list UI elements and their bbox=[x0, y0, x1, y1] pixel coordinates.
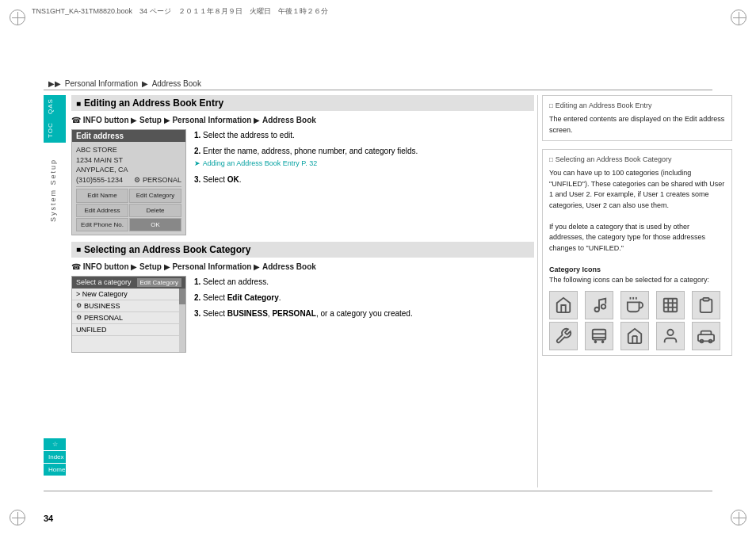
right-section2: Selecting an Address Book Category You c… bbox=[542, 149, 732, 356]
address-divider bbox=[76, 186, 181, 187]
cat-icon-car bbox=[692, 322, 720, 350]
category-item-new[interactable]: > New Category bbox=[72, 289, 179, 300]
corner-mark-bl bbox=[10, 510, 25, 525]
edit-address-box: Edit address ABC STORE 1234 MAIN ST ANYP… bbox=[71, 129, 186, 235]
category-item-business[interactable]: ⚙ BUSINESS bbox=[72, 300, 179, 312]
top-divider bbox=[44, 90, 712, 90]
breadcrumb-arrow2: ▶ bbox=[142, 79, 148, 88]
store-name: ABC STORE bbox=[76, 145, 181, 155]
category-list-wrapper: > New Category ⚙ BUSINESS ⚙ PERSONAL UNF… bbox=[72, 289, 185, 352]
edit-address-title: Edit address bbox=[72, 130, 185, 142]
address-content: ABC STORE 1234 MAIN ST ANYPLACE, CA (310… bbox=[72, 142, 185, 235]
section2-instr-text: INFO button ▶ Setup ▶ Personal Informati… bbox=[83, 262, 316, 271]
select-category-header: Select a category Edit Category bbox=[72, 277, 185, 289]
step1-1: 1. Select the address to edit. bbox=[194, 129, 534, 141]
right-title2-text: Selecting an Address Book Category bbox=[556, 155, 672, 165]
corner-mark-tl bbox=[10, 10, 25, 25]
section1-title: Editing an Address Book Entry bbox=[84, 97, 223, 109]
section2-title: Selecting an Address Book Category bbox=[84, 244, 250, 255]
new-category-label: > New Category bbox=[76, 290, 128, 298]
btn-edit-phone[interactable]: Edit Phone No. bbox=[76, 218, 128, 231]
adding-entry-link[interactable]: Adding an Address Book Entry P. 32 bbox=[203, 159, 317, 167]
section2-steps: 1. Select an address. 2. Select Edit Cat… bbox=[194, 276, 534, 323]
svg-rect-5 bbox=[664, 298, 678, 311]
breadcrumb: ▶▶ Personal Information ▶ Address Book bbox=[48, 79, 202, 88]
corner-mark-br bbox=[731, 510, 746, 525]
bottom-tabs: ☆ Index Home bbox=[44, 438, 66, 476]
btn-ok[interactable]: OK bbox=[129, 218, 181, 231]
cat-icon-food bbox=[620, 291, 649, 319]
scrollbar[interactable] bbox=[179, 289, 185, 352]
right-section2-body1: You can have up to 100 categories (inclu… bbox=[549, 168, 725, 350]
sidebar: QAS TOC bbox=[44, 95, 66, 143]
category-icons-grid bbox=[549, 291, 725, 350]
right-section1-body: The entered contents are displayed on th… bbox=[549, 114, 725, 136]
page-number: 34 bbox=[44, 514, 53, 523]
address-grid: Edit Name Edit Category Edit Address Del… bbox=[76, 189, 181, 231]
sidebar-tab-qas[interactable]: QAS bbox=[44, 95, 66, 119]
edit-category-btn[interactable]: Edit Category bbox=[137, 278, 181, 287]
section1-header: Editing an Address Book Entry bbox=[71, 95, 534, 111]
phone-personal-row: (310)555-1234 ⚙ PERSONAL bbox=[76, 175, 181, 185]
select-category-box: Select a category Edit Category > New Ca… bbox=[71, 276, 186, 353]
btn-delete[interactable]: Delete bbox=[129, 204, 181, 217]
business-label: BUSINESS bbox=[84, 302, 120, 310]
right-section1: Editing an Address Book Entry The entere… bbox=[542, 95, 732, 141]
breadcrumb-address-book: Address Book bbox=[152, 79, 201, 88]
sidebar-tab-toc[interactable]: TOC bbox=[44, 119, 66, 143]
cat-icon-building bbox=[656, 291, 685, 319]
phone-number: (310)555-1234 bbox=[76, 175, 123, 185]
section1-instruction: ☎ INFO button ▶ Setup ▶ Personal Informa… bbox=[71, 116, 534, 124]
step1-2: 2. Enter the name, address, phone number… bbox=[194, 145, 534, 170]
top-bar: TNS1GHT_KA-31TM8820.book 34 ページ ２０１１年８月９… bbox=[32, 6, 724, 17]
address-line2: ANYPLACE, CA bbox=[76, 165, 181, 175]
system-setup-label: System Setup bbox=[49, 159, 57, 222]
right-para1: You can have up to 100 categories (inclu… bbox=[549, 168, 725, 211]
bottom-divider bbox=[44, 491, 712, 491]
corner-mark-tr bbox=[731, 10, 746, 25]
main-content: Editing an Address Book Entry ☎ INFO but… bbox=[71, 95, 534, 487]
right-para2: If you delete a category that is used by… bbox=[549, 222, 725, 254]
btn-edit-category[interactable]: Edit Category bbox=[129, 189, 181, 202]
cat-icon-music bbox=[585, 291, 613, 319]
bottom-tab-index[interactable]: Index bbox=[44, 451, 66, 463]
svg-point-1 bbox=[601, 304, 606, 309]
step2-3: 3. Select BUSINESS, PERSONAL, or a categ… bbox=[194, 308, 534, 319]
address-line1: 1234 MAIN ST bbox=[76, 155, 181, 166]
unfiled-label: UNFILED bbox=[76, 326, 107, 334]
right-section2-title: Selecting an Address Book Category bbox=[549, 155, 725, 165]
crosshair-icon-v bbox=[17, 12, 18, 25]
vertical-separator bbox=[537, 95, 538, 487]
cat-icon-bus bbox=[585, 322, 613, 350]
cat-icon-person bbox=[656, 322, 685, 350]
section1-steps: 1. Select the address to edit. 2. Enter … bbox=[194, 129, 534, 189]
cat-icon-clipboard bbox=[692, 291, 720, 319]
step1-3: 3. Select OK. bbox=[194, 174, 534, 185]
personal-tag: ⚙ PERSONAL bbox=[134, 175, 181, 185]
btn-edit-address[interactable]: Edit Address bbox=[76, 204, 128, 217]
step2-2: 2. Select Edit Category. bbox=[194, 292, 534, 304]
right-section1-title: Editing an Address Book Entry bbox=[549, 101, 725, 111]
phone-icon1: ☎ bbox=[71, 116, 81, 124]
btn-edit-name[interactable]: Edit Name bbox=[76, 189, 128, 202]
section2-header: Selecting an Address Book Category bbox=[71, 242, 534, 258]
right-title1-text: Editing an Address Book Entry bbox=[556, 101, 652, 111]
category-icons-title: Category Icons bbox=[549, 265, 725, 276]
crosshair-icon bbox=[12, 17, 25, 18]
category-item-personal[interactable]: ⚙ PERSONAL bbox=[72, 312, 179, 324]
info-button-label: INFO button ▶ Setup ▶ Personal Informati… bbox=[83, 116, 316, 124]
category-icons-subtitle: The following icons can be selected for … bbox=[549, 275, 725, 286]
step2-1: 1. Select an address. bbox=[194, 276, 534, 288]
svg-point-21 bbox=[667, 329, 673, 334]
right-sidebar: Editing an Address Book Entry The entere… bbox=[542, 95, 732, 487]
category-list: > New Category ⚙ BUSINESS ⚙ PERSONAL UNF… bbox=[72, 289, 179, 352]
cat-icon-wrench bbox=[549, 322, 578, 350]
category-item-unfiled[interactable]: UNFILED bbox=[72, 324, 179, 336]
bottom-tab-star[interactable]: ☆ bbox=[44, 438, 66, 450]
bottom-tab-home[interactable]: Home bbox=[44, 464, 66, 476]
section2: Selecting an Address Book Category ☎ INF… bbox=[71, 242, 534, 323]
link-icon: ➤ bbox=[194, 159, 200, 167]
personal-label: PERSONAL bbox=[84, 314, 123, 322]
scrollbar-thumb bbox=[179, 289, 185, 304]
select-category-title: Select a category bbox=[76, 278, 132, 286]
